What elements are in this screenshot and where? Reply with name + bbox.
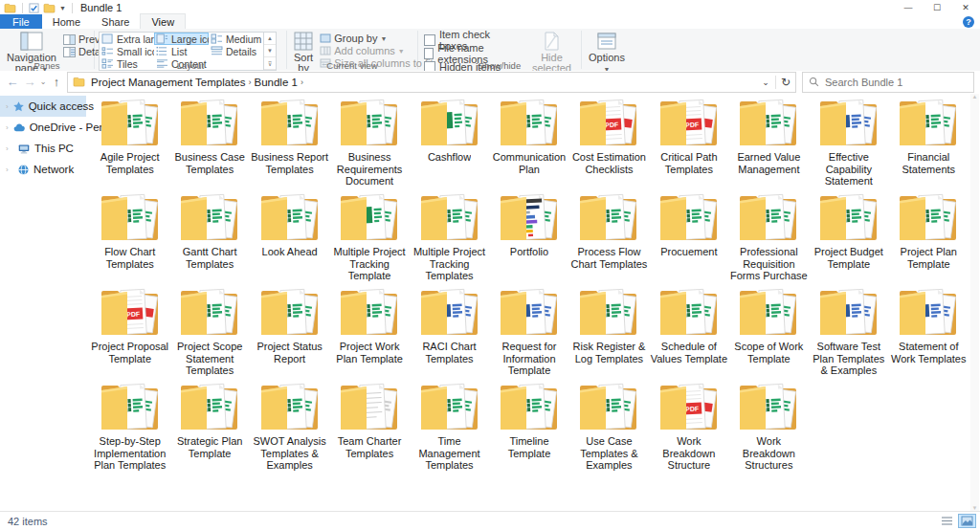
close-button[interactable]: ✕ — [951, 0, 980, 15]
folder-label: Business Report Templates — [251, 151, 329, 175]
large-icons-view-toggle[interactable] — [958, 514, 976, 528]
address-dropdown-chevron-icon[interactable]: ⌄ — [756, 77, 775, 87]
folder-item[interactable]: Software Test Plan Templates & Examples — [809, 285, 888, 380]
breadcrumb-chevron-icon[interactable]: › — [249, 77, 252, 87]
layout-option-small-icons[interactable]: Small icons — [100, 45, 154, 57]
layout-option-medium-icons[interactable]: Medium icons — [209, 33, 263, 45]
address-box[interactable]: Project Management Templates›Bundle 1› ⌄… — [67, 72, 796, 93]
tab-view[interactable]: View — [140, 13, 186, 29]
checkbox-icon[interactable] — [424, 34, 435, 46]
folder-item[interactable]: PDF Project Proposal Template — [90, 285, 169, 380]
recent-locations-chevron-icon[interactable]: ⌄ — [38, 77, 48, 86]
folder-item[interactable]: RACI Chart Templates — [410, 285, 489, 380]
folder-label: Professional Requisition Forms Purchase … — [729, 246, 808, 283]
folder-item[interactable]: Cashflow — [410, 96, 489, 190]
layout-option-label: Large icons — [171, 33, 209, 45]
refresh-icon[interactable]: ↻ — [776, 76, 795, 89]
folder-icon — [338, 96, 401, 151]
expand-chevron-icon[interactable]: › — [6, 166, 13, 174]
folder-item[interactable]: Business Report Templates — [250, 96, 329, 190]
breadcrumb-segment[interactable]: Bundle 1 — [255, 77, 298, 88]
folder-item[interactable]: Project Budget Template — [809, 190, 888, 285]
expand-chevron-icon[interactable]: › — [6, 144, 13, 153]
folder-label: Project Status Report — [251, 341, 329, 364]
folder-item[interactable]: Time Management Templates — [410, 380, 489, 475]
folder-item[interactable]: Multiple Project Tracking Template — [329, 190, 409, 285]
minimize-button[interactable]: — — [894, 0, 923, 15]
folder-item[interactable]: PDF Critical Path Templates — [649, 96, 728, 190]
folder-item[interactable]: Business Case Templates — [169, 96, 249, 190]
tab-home[interactable]: Home — [42, 14, 91, 29]
folder-item[interactable]: Professional Requisition Forms Purchase … — [729, 190, 809, 285]
expand-chevron-icon[interactable]: › — [6, 102, 9, 111]
folder-item[interactable]: SWOT Analysis Templates & Examples — [250, 380, 329, 475]
folder-item[interactable]: Flow Chart Templates — [90, 190, 169, 285]
search-input[interactable] — [823, 76, 973, 89]
folder-item[interactable]: Project Plan Template — [889, 190, 969, 285]
checkbox-icon[interactable] — [424, 48, 434, 59]
tab-file[interactable]: File — [0, 14, 42, 29]
folder-item[interactable]: PDF Work Breakdown Structure Template — [649, 380, 728, 475]
scroll-up-icon[interactable]: ▲ — [972, 94, 978, 99]
folder-icon: PDF — [657, 380, 721, 435]
expand-chevron-icon[interactable]: › — [6, 123, 9, 132]
folder-item[interactable]: Project Scope Statement Templates — [169, 285, 249, 380]
folder-item[interactable]: PDF Cost Estimation Checklists — [569, 96, 649, 190]
folder-item[interactable]: Strategic Plan Template — [169, 380, 249, 475]
item-count: 42 items — [0, 516, 48, 527]
vertical-scrollbar[interactable]: ▲ ▼ — [970, 94, 979, 511]
folder-item[interactable]: Statement of Work Templates — [889, 285, 969, 380]
sidebar-item-network[interactable]: ›Network — [0, 159, 86, 180]
layout-option-list[interactable]: List — [154, 45, 209, 57]
folder-item[interactable]: Agile Project Templates — [90, 96, 169, 190]
folder-item[interactable]: Procuement — [649, 190, 728, 285]
sidebar-item-onedrive-personal[interactable]: ›OneDrive - Personal — [0, 117, 86, 138]
folder-item[interactable]: Work Breakdown Structures Templates — [729, 380, 809, 475]
folder-item[interactable]: Request for Information Template — [489, 285, 568, 380]
folder-item[interactable]: Financial Statements — [889, 96, 969, 190]
layout-option-large-icons[interactable]: Large icons — [154, 33, 209, 45]
details-view-toggle[interactable] — [938, 514, 956, 528]
tab-share[interactable]: Share — [91, 14, 140, 29]
layout-option-details[interactable]: Details — [209, 45, 263, 57]
folder-item[interactable]: Team Charter Templates — [329, 380, 409, 475]
folder-item[interactable]: Step-by-Step Implementation Plan Templat… — [90, 380, 169, 475]
folder-item[interactable]: Project Status Report — [250, 285, 329, 380]
folder-item[interactable]: Scope of Work Template — [729, 285, 809, 380]
folder-item[interactable]: Schedule of Values Template — [649, 285, 728, 380]
folder-item[interactable]: Portfolio — [489, 190, 568, 285]
folder-item[interactable]: Gantt Chart Templates — [169, 190, 249, 285]
gallery-up-icon[interactable]: ▲ — [264, 33, 276, 45]
checkbox-file-name-extensions[interactable]: File name extensions — [424, 47, 521, 59]
sidebar-item-quick-access[interactable]: ›Quick access — [0, 96, 86, 117]
folder-item[interactable]: Look Ahead — [250, 190, 329, 285]
layout-option-extra-large-icons[interactable]: Extra large icons — [100, 33, 154, 45]
new-folder-icon[interactable] — [43, 3, 56, 13]
search-icon — [809, 77, 819, 87]
folder-item[interactable]: Use Case Templates & Examples — [569, 380, 649, 475]
add-columns-icon — [320, 46, 331, 55]
breadcrumb-segment[interactable]: Project Management Templates — [91, 77, 246, 88]
folder-item[interactable]: Multiple Project Tracking Templates — [410, 190, 489, 285]
help-button[interactable]: ? — [963, 16, 974, 28]
breadcrumb-chevron-icon[interactable]: › — [301, 77, 303, 87]
folder-item[interactable]: Business Requirements Document Templates — [329, 96, 409, 190]
folder-item[interactable]: Earned Value Management — [729, 96, 809, 190]
customize-qat-chevron-icon[interactable]: ▼ — [59, 5, 66, 11]
folder-item[interactable]: Risk Register & Log Templates — [569, 285, 649, 380]
folder-item[interactable]: Effective Capability Statement Template — [809, 96, 888, 190]
folder-label: Flow Chart Templates — [91, 246, 169, 270]
folder-item[interactable]: Project Work Plan Template — [329, 285, 409, 380]
up-button[interactable]: ↑ — [48, 75, 65, 89]
gallery-down-icon[interactable]: ▼ — [264, 45, 276, 57]
back-button[interactable]: ← — [4, 75, 21, 89]
maximize-button[interactable]: ☐ — [923, 0, 951, 15]
breadcrumb: Project Management Templates›Bundle 1› — [87, 77, 756, 88]
folder-item[interactable]: Process Flow Chart Templates — [569, 190, 649, 285]
sidebar-item-this-pc[interactable]: ›This PC — [0, 138, 86, 159]
current-view-group-label: Current view — [287, 60, 417, 71]
folder-item[interactable]: Communication Plan — [489, 96, 568, 190]
forward-button[interactable]: → — [21, 75, 38, 89]
properties-icon[interactable] — [29, 3, 39, 13]
folder-item[interactable]: Timeline Template — [489, 380, 568, 475]
